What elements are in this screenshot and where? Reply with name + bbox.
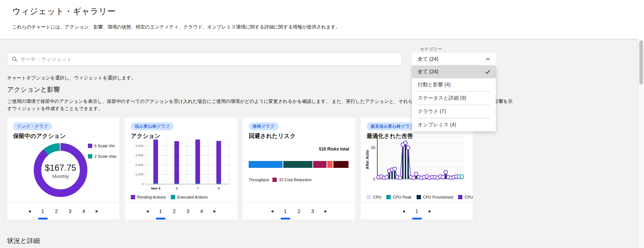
content-panel: カテゴリー 全て (24) 全て (24) 行動と影響 (4) ステータスと詳細… [0,39,644,248]
svg-text:Nov 5: Nov 5 [151,186,161,190]
category-label: カテゴリー [420,46,442,52]
pager-next-icon[interactable]: ▶ [320,209,332,213]
menu-item-all[interactable]: 全て (24) [412,65,496,78]
chart-legend: Throughput32 Cost Reduction [249,178,312,182]
risk-bar-segment [249,161,283,168]
widget-card-optimized-improvements[interactable]: 垂直積み重ね棒グラフ 最適化された改善 050After Actio CPUCP… [361,118,473,219]
svg-text:50: 50 [371,146,376,150]
risk-bar-segment [283,161,312,168]
risk-bar-segment [333,161,348,168]
card-title: 保留中のアクション [13,132,66,140]
pager-page[interactable]: 2 [50,203,63,219]
chart-type-tag: 横棒グラフ [249,122,279,130]
card-pager: ◀1234▶ [7,202,119,219]
legend-item: 6 Scale Virt [88,144,118,148]
scrollbar-thumb[interactable] [639,40,643,84]
page-title: ウィジェット・ギャラリー [12,6,116,17]
stacked-bar-chart: 01,0002,0003,0004,000Nov 5678 [131,139,231,195]
chart-type-tag: 垂直積み重ね棒グラフ [367,122,418,130]
legend-item: 2 Scale Volu [88,154,118,158]
menu-item-actions-impact[interactable]: 行動と影響 (4) [412,78,496,91]
pager-page[interactable]: 3 [63,203,77,219]
page-subtitle: これらのチャートには、アクション、影響、環境の状態、特定のエンティティ、クラウド… [12,24,340,30]
chart-type-tag: 積み重ね棒グラフ [131,122,174,130]
page-header: ウィジェット・ギャラリー これらのチャートには、アクション、影響、環境の状態、特… [0,0,644,39]
svg-text:7: 7 [197,186,199,190]
widget-card-risks-avoided[interactable]: 横棒グラフ 回避されたリスク 510 Risks total Throughpu… [243,118,355,219]
svg-text:4,000: 4,000 [135,144,143,148]
legend-item: Executed Actions [171,195,208,199]
svg-text:3,000: 3,000 [135,153,143,157]
pager-page[interactable]: 4 [195,203,209,219]
legend-item: CPU Provisioned [417,195,453,199]
category-select[interactable]: 全て (24) [412,53,496,65]
svg-text:1,000: 1,000 [135,173,143,176]
pager-next-icon[interactable]: ▶ [424,209,436,213]
selection-hint: チャートオプションを選択し、ウィジェットを選択します。 [7,75,136,81]
svg-text:0: 0 [142,182,143,186]
pager-page[interactable]: 3 [181,203,195,219]
svg-text:0: 0 [373,177,375,181]
widget-card-row: リング・グラフ 保留中のアクション $167.75 Monthly 6 Scal… [7,118,473,219]
svg-text:After Actio: After Actio [365,150,369,169]
section-heading-actions: アクションと影響 [7,85,60,94]
menu-item-onprem[interactable]: オンプレミス (4) [412,118,496,131]
menu-item-cloud[interactable]: クラウド (7) [412,105,496,118]
risk-bar-segment [313,161,326,168]
pager-prev-icon[interactable]: ◀ [23,209,36,213]
chart-legend: 6 Scale Virt2 Scale Volu [88,144,118,158]
risks-total-label: 510 Risks total [319,147,349,152]
widget-card-pending-actions[interactable]: リング・グラフ 保留中のアクション $167.75 Monthly 6 Scal… [7,118,119,219]
svg-text:8: 8 [218,186,219,190]
chevron-up-icon [486,58,490,61]
risk-bar-segment [327,161,333,168]
pager-next-icon[interactable]: ▶ [91,209,103,213]
svg-text:6: 6 [176,186,178,190]
card-pager: ◀123▶ [243,202,355,219]
menu-item-status-details[interactable]: ステータスと詳細 (9) [412,92,496,105]
pager-next-icon[interactable]: ▶ [209,209,221,213]
pager-prev-icon[interactable]: ◀ [266,209,279,213]
card-pager: ◀1▶ [361,202,473,219]
widget-card-actions[interactable]: 積み重ね棒グラフ アクション 01,0002,0003,0004,000Nov … [125,118,237,219]
category-dropdown-menu: 全て (24) 行動と影響 (4) ステータスと詳細 (9) クラウド (7) … [412,65,496,131]
legend-item: Pending Actions [131,195,166,199]
pager-page[interactable]: 2 [292,203,306,219]
pager-page[interactable]: 4 [77,203,91,219]
improvement-chart: 050After Actio [364,134,466,193]
search-icon [12,56,18,62]
category-select-value: 全て (24) [418,56,438,62]
pager-page[interactable]: 1 [279,203,292,219]
legend-item: Throughput [249,178,269,182]
legend-item: CPU Peak [386,195,411,199]
pager-page[interactable]: 1 [36,203,50,219]
donut-center-label: $167.75 Monthly [34,163,88,179]
chart-legend: Pending ActionsExecuted Actions [131,195,237,199]
svg-text:2,000: 2,000 [135,163,143,167]
legend-item: 32 Cost Reduction [272,178,312,182]
card-title: 回避されたリスク [249,132,296,140]
pager-page[interactable]: 2 [168,203,181,219]
pager-prev-icon[interactable]: ◀ [397,209,410,213]
section-heading-status: 状況と詳細 [7,236,40,245]
checkmark-icon [485,70,490,74]
vertical-scrollbar[interactable] [638,39,644,248]
horizontal-bar-chart [249,161,348,168]
pager-page[interactable]: 1 [410,203,424,219]
legend-item: CPU [367,195,381,199]
search-box[interactable] [7,53,402,66]
pager-prev-icon[interactable]: ◀ [141,209,154,213]
search-input[interactable] [21,56,397,62]
pager-page[interactable]: 1 [154,203,168,219]
card-pager: ◀1234▶ [125,202,237,219]
pager-page[interactable]: 3 [306,203,320,219]
chart-type-tag: リング・グラフ [13,122,52,130]
chart-legend: CPUCPU PeakCPU ProvisionedCPU Prov [367,195,473,199]
legend-item: CPU Prov [458,195,473,199]
